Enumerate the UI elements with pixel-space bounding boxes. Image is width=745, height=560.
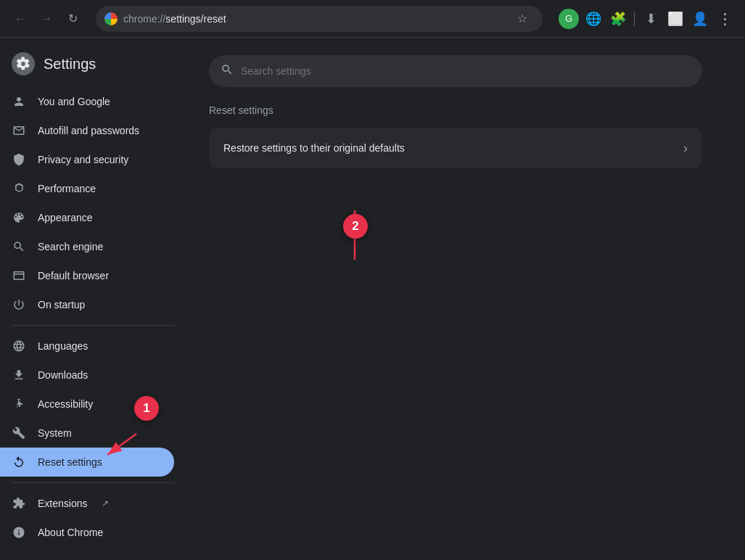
restore-settings-row[interactable]: Restore settings to their original defau… — [209, 128, 702, 168]
extensions-sidebar-icon — [12, 496, 26, 511]
sidebar-item-appearance[interactable]: Appearance — [0, 203, 174, 232]
sidebar-label-extensions: Extensions — [38, 498, 87, 509]
person-icon — [12, 94, 26, 109]
tab-search-button[interactable]: ⬜ — [664, 7, 687, 30]
search-input[interactable] — [241, 65, 691, 77]
refresh-button[interactable]: ↻ — [61, 7, 84, 30]
about-chrome-icon — [12, 525, 26, 540]
settings-logo-icon — [12, 52, 35, 75]
sidebar-label-autofill: Autofill and passwords — [38, 125, 139, 136]
sidebar-label-accessibility: Accessibility — [38, 398, 93, 410]
url-path: settings/reset — [165, 13, 226, 25]
sidebar-label-appearance: Appearance — [38, 212, 93, 223]
startup-icon — [12, 297, 26, 312]
sidebar-divider-2 — [12, 482, 174, 483]
sidebar-label-search-engine: Search engine — [38, 241, 103, 252]
settings-title: Settings — [44, 56, 96, 73]
sidebar-item-autofill[interactable]: Autofill and passwords — [0, 116, 174, 145]
sidebar-divider-1 — [12, 325, 174, 326]
sidebar-label-default-browser: Default browser — [38, 270, 109, 281]
search-bar — [209, 55, 702, 87]
address-bar-container: chrome://settings/reset ☆ — [96, 6, 543, 32]
toolbar-icons: G 🌐 🧩 ⬇ ⬜ 👤 ⋮ — [557, 7, 736, 30]
settings-card: Restore settings to their original defau… — [209, 128, 702, 168]
globe-button[interactable]: 🌐 — [582, 7, 605, 30]
url-scheme: chrome:// — [123, 13, 165, 25]
chevron-right-icon: › — [683, 141, 688, 156]
main-layout: Settings You and Google Autofill and pas… — [0, 38, 745, 560]
toolbar-divider — [634, 12, 635, 26]
sidebar-item-default-browser[interactable]: Default browser — [0, 261, 174, 290]
search-engine-icon — [12, 239, 26, 254]
accessibility-icon — [12, 397, 26, 411]
sidebar-item-you-and-google[interactable]: You and Google — [0, 87, 174, 116]
search-bar-container — [209, 55, 722, 87]
sidebar-item-downloads[interactable]: Downloads — [0, 361, 174, 390]
languages-icon — [12, 339, 26, 353]
download-button[interactable]: ⬇ — [639, 7, 662, 30]
sidebar-label-on-startup: On startup — [38, 299, 85, 310]
sidebar-label-about-chrome: About Chrome — [38, 527, 103, 538]
sidebar-item-performance[interactable]: Performance — [0, 174, 174, 203]
sidebar-item-on-startup[interactable]: On startup — [0, 290, 174, 319]
appearance-icon — [12, 210, 26, 225]
external-link-icon: ↗ — [102, 498, 109, 508]
sidebar-item-languages[interactable]: Languages — [0, 332, 174, 361]
address-bar[interactable]: chrome://settings/reset ☆ — [96, 6, 543, 32]
forward-button[interactable]: → — [35, 7, 58, 30]
extensions-button[interactable]: 🧩 — [606, 7, 630, 30]
nav-buttons: ← → ↻ — [9, 7, 84, 30]
menu-button[interactable]: ⋮ — [713, 7, 736, 30]
sidebar-label-reset-settings: Reset settings — [38, 456, 102, 468]
bookmark-button[interactable]: ☆ — [511, 7, 534, 30]
sidebar-label-you-and-google: You and Google — [38, 96, 110, 107]
restore-settings-label: Restore settings to their original defau… — [223, 142, 683, 154]
sidebar: Settings You and Google Autofill and pas… — [0, 38, 186, 560]
sidebar-item-system[interactable]: System — [0, 419, 174, 448]
autofill-icon — [12, 123, 26, 138]
performance-icon — [12, 181, 26, 196]
sidebar-item-privacy[interactable]: Privacy and security — [0, 145, 174, 174]
profile-button[interactable]: G — [557, 7, 580, 30]
sidebar-item-extensions[interactable]: Extensions ↗ — [0, 489, 174, 518]
url-display: chrome://settings/reset — [123, 13, 505, 25]
browser-icon — [12, 268, 26, 283]
section-title: Reset settings — [209, 104, 722, 116]
content-area: Reset settings Restore settings to their… — [186, 38, 745, 560]
sidebar-label-privacy: Privacy and security — [38, 154, 128, 165]
sidebar-item-about-chrome[interactable]: About Chrome — [0, 518, 174, 547]
sidebar-label-performance: Performance — [38, 183, 96, 194]
sidebar-label-system: System — [38, 427, 72, 439]
downloads-icon — [12, 368, 26, 382]
shield-icon — [12, 152, 26, 167]
avatar: G — [559, 9, 579, 29]
sidebar-label-downloads: Downloads — [38, 369, 88, 381]
svg-point-0 — [18, 399, 20, 401]
sidebar-label-languages: Languages — [38, 340, 88, 352]
system-icon — [12, 426, 26, 440]
back-button[interactable]: ← — [9, 7, 32, 30]
search-icon — [221, 63, 234, 80]
sidebar-header: Settings — [0, 44, 186, 87]
sidebar-item-search-engine[interactable]: Search engine — [0, 232, 174, 261]
browser-chrome: ← → ↻ chrome://settings/reset ☆ G 🌐 🧩 ⬇ … — [0, 0, 745, 38]
sidebar-item-accessibility[interactable]: Accessibility — [0, 390, 174, 419]
profile-avatar-button[interactable]: 👤 — [688, 7, 712, 30]
chrome-logo-icon — [104, 12, 118, 25]
sidebar-item-reset-settings[interactable]: Reset settings — [0, 448, 174, 477]
reset-icon — [12, 455, 26, 469]
